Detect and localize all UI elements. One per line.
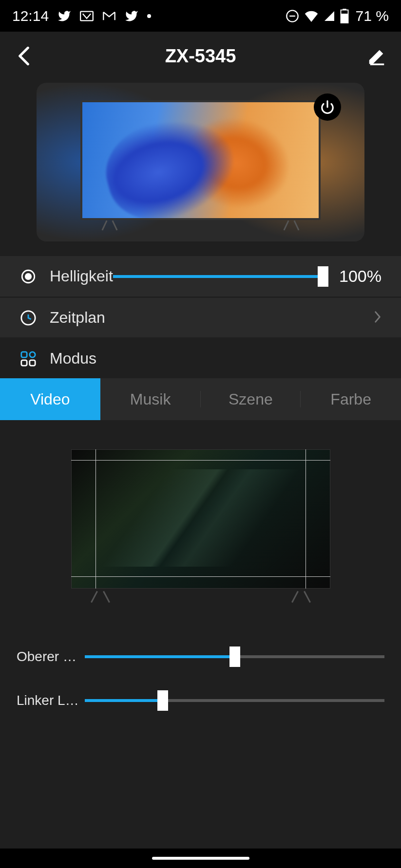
top-light-slider[interactable]: [85, 647, 384, 666]
video-tv-preview: [71, 449, 330, 603]
top-light-row: Oberer Li…: [0, 647, 401, 666]
tv-screen: [80, 100, 321, 220]
chevron-right-icon: [374, 311, 382, 325]
left-light-label: Linker Li…: [17, 693, 80, 708]
svg-point-9: [25, 274, 31, 279]
left-light-slider[interactable]: [85, 691, 384, 710]
dnd-icon: [286, 9, 299, 23]
battery-text: 71 %: [356, 8, 389, 24]
twitter-icon: [125, 9, 138, 23]
tab-scene[interactable]: Szene: [201, 378, 301, 420]
brightness-section: Helligkeit 100%: [0, 256, 401, 296]
gmail-icon: [102, 11, 116, 21]
power-button[interactable]: [314, 93, 341, 121]
tv-preview: [37, 83, 364, 241]
left-light-row: Linker Li…: [0, 691, 401, 710]
svg-point-12: [30, 351, 35, 357]
home-indicator[interactable]: [152, 857, 249, 860]
schedule-row[interactable]: Zeitplan: [0, 298, 401, 337]
brightness-slider[interactable]: [113, 268, 323, 285]
tab-video[interactable]: Video: [0, 378, 100, 420]
page-title: ZX-5345: [165, 46, 236, 67]
svg-rect-0: [80, 11, 93, 20]
tab-music[interactable]: Musik: [100, 378, 201, 420]
brightness-label: Helligkeit: [50, 267, 113, 285]
battery-icon: [340, 9, 349, 23]
svg-rect-14: [30, 360, 35, 365]
signal-icon: [324, 10, 335, 22]
mode-section: Modus: [0, 339, 401, 378]
top-light-label: Oberer Li…: [17, 649, 80, 665]
status-time: 12:14: [12, 8, 49, 24]
app-header: ZX-5345: [0, 32, 401, 80]
edit-button[interactable]: [365, 44, 389, 68]
notification-dot-icon: [147, 14, 151, 18]
twitter-icon: [57, 9, 71, 23]
video-settings: Oberer Li… Linker Li…: [0, 420, 401, 849]
wifi-icon: [304, 10, 319, 22]
mode-icon: [19, 350, 37, 368]
schedule-label: Zeitplan: [50, 309, 105, 327]
back-button[interactable]: [12, 44, 36, 68]
clock-icon: [19, 309, 37, 327]
tab-color[interactable]: Farbe: [301, 378, 401, 420]
brightness-value: 100%: [333, 267, 382, 286]
mode-tabs: Video Musik Szene Farbe: [0, 378, 401, 420]
svg-rect-11: [21, 351, 27, 357]
mode-label: Modus: [50, 350, 96, 368]
svg-rect-5: [341, 14, 348, 23]
cast-icon: [80, 11, 94, 21]
svg-rect-13: [21, 360, 27, 365]
status-bar: 12:14 71 %: [0, 0, 401, 32]
navigation-bar[interactable]: [0, 849, 401, 868]
brightness-icon: [19, 268, 37, 285]
